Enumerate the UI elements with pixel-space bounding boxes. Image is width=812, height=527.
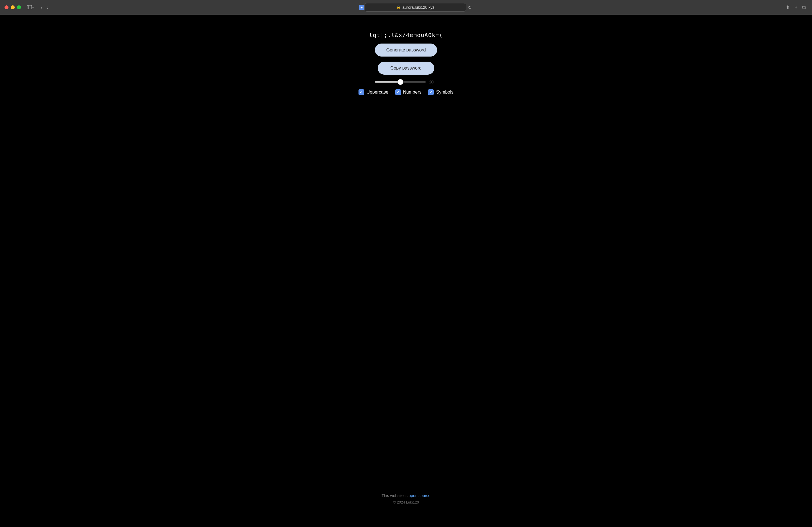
numbers-checkbox-item[interactable]: Numbers bbox=[395, 89, 422, 95]
svg-rect-0 bbox=[27, 5, 32, 9]
favicon: ✦ bbox=[359, 4, 364, 10]
length-slider[interactable] bbox=[375, 82, 426, 83]
browser-chrome: ▾ ‹ › ✦ 🔒 aurora.luki120.xyz ↻ ⬆ + ⧉ bbox=[0, 0, 812, 15]
footer: This website is open source © 2024 Luki1… bbox=[382, 493, 431, 516]
url-text: aurora.luki120.xyz bbox=[402, 5, 435, 10]
nav-buttons: ‹ › bbox=[39, 3, 50, 12]
copyright-text: © 2024 Luki120 bbox=[393, 500, 419, 504]
slider-value: 20 bbox=[429, 80, 436, 84]
browser-content: lqt|;.l&x/4emouA0k=( Generate password C… bbox=[0, 15, 812, 527]
share-button[interactable]: ⬆ bbox=[784, 3, 792, 12]
footer-text-before-link: This website is bbox=[382, 493, 409, 498]
generate-password-button[interactable]: Generate password bbox=[375, 44, 437, 57]
symbols-checkbox-item[interactable]: Symbols bbox=[428, 89, 453, 95]
uppercase-label: Uppercase bbox=[366, 90, 388, 95]
symbols-checkbox[interactable] bbox=[428, 89, 434, 95]
browser-actions: ⬆ + ⧉ bbox=[784, 3, 808, 12]
numbers-checkbox[interactable] bbox=[395, 89, 401, 95]
symbols-label: Symbols bbox=[436, 90, 453, 95]
address-bar[interactable]: 🔒 aurora.luki120.xyz bbox=[364, 3, 466, 12]
password-app: lqt|;.l&x/4emouA0k=( Generate password C… bbox=[359, 32, 453, 95]
reload-button[interactable]: ↻ bbox=[466, 4, 473, 11]
open-source-link[interactable]: open source bbox=[408, 493, 430, 498]
new-tab-button[interactable]: + bbox=[793, 3, 799, 12]
forward-button[interactable]: › bbox=[45, 3, 50, 12]
sidebar-toggle-button[interactable]: ▾ bbox=[26, 4, 35, 11]
slider-container: 20 bbox=[375, 80, 437, 84]
footer-text: This website is open source bbox=[382, 493, 431, 498]
minimize-button[interactable] bbox=[11, 5, 15, 9]
lock-icon: 🔒 bbox=[396, 5, 401, 9]
uppercase-checkbox-item[interactable]: Uppercase bbox=[359, 89, 388, 95]
tabs-overview-button[interactable]: ⧉ bbox=[800, 3, 808, 12]
close-button[interactable] bbox=[4, 5, 9, 9]
address-bar-container: ✦ 🔒 aurora.luki120.xyz ↻ bbox=[53, 3, 780, 12]
checkboxes-row: Uppercase Numbers Symbols bbox=[359, 89, 453, 95]
uppercase-checkbox[interactable] bbox=[359, 89, 364, 95]
copy-password-button[interactable]: Copy password bbox=[378, 62, 434, 75]
numbers-label: Numbers bbox=[403, 90, 422, 95]
fullscreen-button[interactable] bbox=[17, 5, 21, 9]
traffic-lights bbox=[4, 5, 21, 9]
back-button[interactable]: ‹ bbox=[39, 3, 44, 12]
svg-text:✦: ✦ bbox=[360, 6, 363, 9]
password-display: lqt|;.l&x/4emouA0k=( bbox=[369, 32, 443, 39]
